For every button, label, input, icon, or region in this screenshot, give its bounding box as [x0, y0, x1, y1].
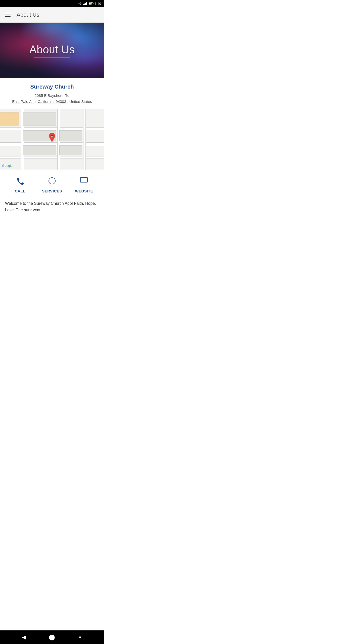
- services-label: SERVICES: [42, 189, 62, 193]
- app-bar: About Us: [0, 7, 104, 23]
- website-button[interactable]: WEBSITE: [68, 177, 100, 193]
- signal-icon: [83, 2, 87, 5]
- welcome-section: Welcome to the Sureway Church App! Faith…: [0, 198, 104, 223]
- call-label: CALL: [15, 189, 25, 193]
- phone-icon: [16, 177, 24, 186]
- app-bar-title: About Us: [17, 12, 39, 18]
- church-address: 2085 E Bayshore Rd East Palo Alto, Calif…: [5, 93, 99, 105]
- svg-point-6: [52, 181, 52, 181]
- action-row: CALL SERVICES WEBSITE: [0, 170, 104, 198]
- website-label: WEBSITE: [75, 189, 93, 193]
- google-watermark: Google: [2, 164, 13, 168]
- monitor-icon: [80, 177, 88, 186]
- map-background: Google: [0, 109, 104, 170]
- hamburger-menu-icon[interactable]: [5, 13, 11, 17]
- church-info: Sureway Church 2085 E Bayshore Rd East P…: [0, 78, 104, 105]
- services-button[interactable]: SERVICES: [36, 177, 68, 193]
- hero-title: About Us: [29, 43, 75, 58]
- network-type: 4G: [78, 2, 82, 5]
- map-container[interactable]: Google: [0, 109, 104, 170]
- call-button[interactable]: CALL: [4, 177, 36, 193]
- svg-rect-7: [80, 178, 87, 182]
- welcome-text: Welcome to the Sureway Church App! Faith…: [5, 200, 99, 213]
- hero-banner: About Us: [0, 23, 104, 78]
- clock: 6:40: [95, 2, 101, 6]
- battery-icon: ⚡: [89, 2, 93, 5]
- clock-icon: [48, 177, 56, 186]
- address-link[interactable]: 2085 E Bayshore Rd East Palo Alto, Calif…: [12, 93, 69, 104]
- church-name: Sureway Church: [5, 84, 99, 90]
- svg-point-2: [51, 135, 53, 137]
- map-pin[interactable]: [48, 132, 56, 142]
- status-bar: 4G ⚡ 6:40: [0, 0, 104, 7]
